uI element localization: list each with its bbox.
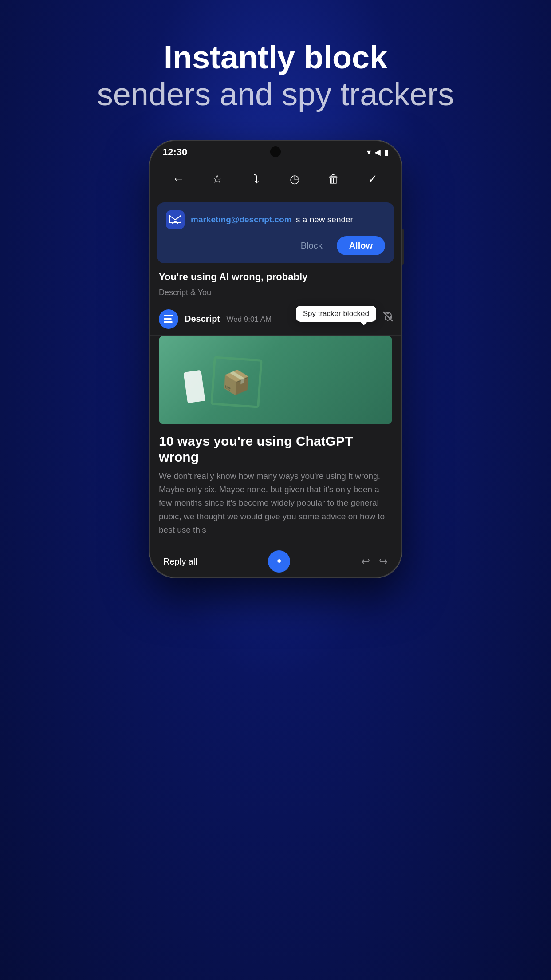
email-time: Wed 9:01 AM — [226, 315, 272, 324]
allow-button[interactable]: Allow — [337, 236, 385, 255]
wifi-icon: ▾ — [367, 147, 371, 157]
redo-icon[interactable]: ↪ — [379, 555, 388, 568]
avatar-lines — [164, 315, 173, 323]
sender-top-row: marketing@descript.com is a new sender — [166, 210, 385, 229]
phone-container: 12:30 ▾ ◀ ▮ ← ☆ ⤵ ◷ 🗑 ✓ — [149, 140, 402, 578]
email-subject: You're using AI wrong, probably — [150, 263, 401, 285]
email-sender-row: Descript & You — [150, 285, 401, 303]
sender-actions: Block Allow — [166, 236, 385, 255]
headline-line2: senders and spy trackers — [97, 75, 454, 113]
new-sender-banner: marketing@descript.com is a new sender B… — [157, 202, 394, 263]
star-button[interactable]: ☆ — [206, 168, 228, 190]
sender-email: marketing@descript.com — [191, 215, 292, 224]
undo-icon[interactable]: ↩ — [361, 555, 370, 568]
sender-icon — [166, 210, 185, 229]
notch — [270, 146, 281, 157]
back-button[interactable]: ← — [167, 168, 189, 190]
bottom-right-icons: ↩ ↪ — [361, 555, 388, 568]
status-icons: ▾ ◀ ▮ — [367, 147, 389, 157]
bottom-bar: Reply all ✦ ↩ ↪ — [150, 546, 401, 577]
email-body-title: 10 ways you're using ChatGPT wrong — [150, 424, 401, 470]
toolbar: ← ☆ ⤵ ◷ 🗑 ✓ — [150, 163, 401, 195]
email-body-text: We don't really know how many ways you'r… — [150, 470, 401, 546]
sender-info: Descript Wed 9:01 AM — [185, 314, 272, 324]
sender-text: marketing@descript.com is a new sender — [191, 215, 353, 225]
no-track-icon — [382, 310, 394, 326]
email-detail-row: Descript Wed 9:01 AM Spy tracker blocked — [150, 303, 401, 336]
headline-section: Instantly block senders and spy trackers — [97, 0, 454, 114]
move-button[interactable]: ⤵ — [245, 168, 267, 190]
reply-all-label[interactable]: Reply all — [163, 557, 197, 567]
block-button[interactable]: Block — [294, 237, 330, 254]
email-image: 📦 — [159, 336, 392, 424]
headline-line1: Instantly block — [97, 40, 454, 75]
signal-icon: ◀ — [374, 147, 381, 157]
sender-avatar — [159, 309, 178, 329]
phone-shell: 12:30 ▾ ◀ ▮ ← ☆ ⤵ ◷ 🗑 ✓ — [149, 140, 402, 578]
trash-button[interactable]: 🗑 — [323, 168, 345, 190]
center-button[interactable]: ✦ — [268, 550, 290, 573]
check-button[interactable]: ✓ — [362, 168, 384, 190]
spy-tracker-tooltip: Spy tracker blocked — [296, 306, 376, 322]
status-time: 12:30 — [162, 146, 187, 158]
sender-name: Descript — [185, 314, 220, 324]
email-content: marketing@descript.com is a new sender B… — [150, 202, 401, 546]
clock-button[interactable]: ◷ — [284, 168, 306, 190]
battery-icon: ▮ — [384, 147, 389, 157]
